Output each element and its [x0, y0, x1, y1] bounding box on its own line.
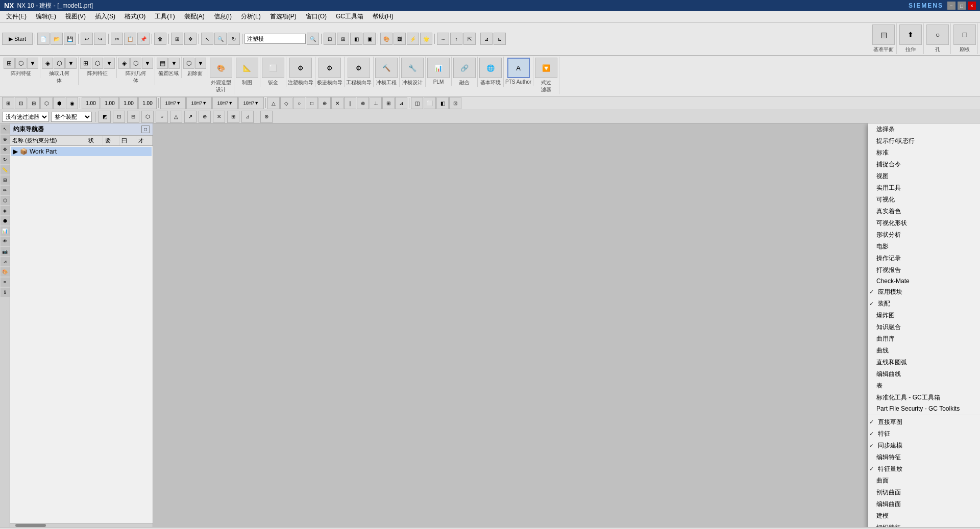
li-camera[interactable]: 📷 — [1, 247, 10, 256]
menu-zhijiecaotu[interactable]: 直接草图 — [868, 416, 980, 428]
start-button[interactable]: ▶ Start — [2, 33, 33, 45]
li-surface[interactable]: ◈ — [1, 206, 10, 215]
menu-info[interactable]: 信息(I) — [210, 11, 236, 22]
filter-btn1[interactable]: ◩ — [99, 111, 111, 123]
menu-checkmate[interactable]: Check-Mate — [868, 276, 980, 286]
tb2-view4[interactable]: ⊡ — [449, 97, 461, 109]
plm-button[interactable]: 📊 — [427, 58, 450, 78]
tb2-snap10[interactable]: ⊞ — [382, 97, 395, 109]
menu-xizhitezheng[interactable]: 细织特征 — [868, 522, 980, 527]
filter-btn3[interactable]: ⊟ — [127, 111, 139, 123]
jizhunpingmian-button[interactable]: ▤ — [872, 24, 895, 45]
window-controls[interactable]: − □ × — [947, 2, 976, 10]
filter-select-1[interactable]: 没有选过滤器 — [2, 112, 49, 122]
drawing-button[interactable]: 📐 — [236, 58, 258, 78]
menu-file[interactable]: 文件(E) — [2, 11, 31, 22]
tb2-snap6[interactable]: ✕ — [331, 97, 344, 109]
li-view[interactable]: 👁 — [1, 237, 10, 246]
tb2-btn5[interactable]: ⬢ — [53, 97, 65, 109]
tb2-btn1[interactable]: ⊞ — [2, 97, 14, 109]
tb2-scale2[interactable]: 1.00 — [101, 97, 119, 109]
minimize-button[interactable]: − — [947, 2, 955, 10]
tb2-snap1[interactable]: △ — [267, 97, 280, 109]
menu-biaozhunhuagongju[interactable]: 标准化工具 - GC工具箱 — [868, 392, 980, 404]
menu-assembly[interactable]: 装配(A) — [180, 11, 209, 22]
tb2-snap11[interactable]: ⊿ — [395, 97, 407, 109]
filter-btn4[interactable]: ⬡ — [141, 111, 154, 123]
menu-tishihang[interactable]: 提示行/状态行 — [868, 135, 980, 147]
zoom-button[interactable]: 🔍 — [214, 33, 227, 45]
tb2-snap8[interactable]: ⊗ — [357, 97, 369, 109]
menu-quyonku[interactable]: 曲用库 — [868, 333, 980, 345]
li-sketch[interactable]: ✏ — [1, 186, 10, 195]
li-dimension[interactable]: ⊞ — [1, 175, 10, 185]
menu-analysis[interactable]: 分析(L) — [237, 11, 265, 22]
array-feat-1[interactable]: ⊞ — [4, 58, 15, 69]
menu-zhixianyuanhujiao[interactable]: 直线和圆弧 — [868, 357, 980, 368]
menu-insert[interactable]: 插入(S) — [91, 11, 119, 22]
tb2-view3[interactable]: ◧ — [436, 97, 449, 109]
filter-select-2[interactable]: 整个装配 — [51, 112, 92, 122]
menu-bianjiqu[interactable]: 编辑曲面 — [868, 498, 980, 510]
sh-arrow[interactable]: ▼ — [195, 58, 206, 69]
menu-view[interactable]: 视图(V) — [61, 11, 90, 22]
menu-preferences[interactable]: 首选项(P) — [266, 11, 301, 22]
menu-format[interactable]: 格式(O) — [120, 11, 150, 22]
prog-die-button[interactable]: ⚙ — [318, 58, 341, 78]
tb2-10h7[interactable]: 10H7▼ — [160, 97, 186, 109]
menu-tools[interactable]: 工具(T) — [151, 11, 179, 22]
menu-help[interactable]: 帮助(H) — [369, 11, 398, 22]
menu-tezhengliangfang[interactable]: 特征量放 — [868, 463, 980, 475]
li-analysis[interactable]: 📊 — [1, 226, 10, 236]
menu-biaozhun[interactable]: 标准 — [868, 147, 980, 159]
close-button[interactable]: × — [968, 2, 976, 10]
cut-button[interactable]: ✂ — [111, 33, 123, 45]
view-toggle1[interactable]: ⊡ — [324, 33, 336, 45]
tb2-snap5[interactable]: ⊕ — [318, 97, 331, 109]
search-input[interactable] — [244, 34, 306, 44]
menu-tezheng[interactable]: 特征 — [868, 428, 980, 440]
li-select[interactable]: ↖ — [1, 124, 10, 134]
select-button[interactable]: ↖ — [201, 33, 213, 45]
filter-btn8[interactable]: ⊕ — [199, 111, 211, 123]
tb2-10h7-3[interactable]: 10H7▼ — [212, 97, 238, 109]
tb2-snap9[interactable]: ⊥ — [370, 97, 382, 109]
filter-btn10[interactable]: ⊞ — [227, 111, 239, 123]
arrow-btn3[interactable]: ⇱ — [463, 33, 476, 45]
new-button[interactable]: 📄 — [37, 33, 50, 45]
menu-partfilesecurity[interactable]: Part File Security - GC Toolkits — [868, 404, 980, 414]
filter-btn9[interactable]: ✕ — [213, 111, 225, 123]
li-zoom[interactable]: ⊕ — [1, 135, 10, 144]
tb2-btn4[interactable]: ⬡ — [40, 97, 53, 109]
render-btn2[interactable]: 🖼 — [394, 33, 406, 45]
li-pan[interactable]: ✥ — [1, 145, 10, 154]
move-button[interactable]: ✥ — [184, 33, 197, 45]
filter-btn2[interactable]: ⊡ — [113, 111, 125, 123]
filter-btn6[interactable]: △ — [170, 111, 182, 123]
arrow-btn1[interactable]: → — [437, 33, 449, 45]
sheetmetal-button[interactable]: ⬜ — [262, 58, 284, 78]
lashen-button[interactable]: ⬆ — [899, 24, 922, 45]
menu-keshihuaxingzhuang[interactable]: 可视化形状 — [868, 217, 980, 229]
li-color[interactable]: 🎨 — [1, 267, 10, 276]
menu-gctoolbox[interactable]: GC工具箱 — [332, 11, 368, 22]
navigator-scrollbar[interactable] — [10, 523, 153, 527]
tb2-snap4[interactable]: □ — [306, 97, 318, 109]
render-btn3[interactable]: ⚡ — [407, 33, 419, 45]
format-filter-button[interactable]: 🔽 — [535, 58, 557, 78]
maximize-button[interactable]: □ — [958, 2, 966, 10]
li-snap[interactable]: ⊿ — [1, 257, 10, 266]
ag-2[interactable]: ⬡ — [130, 58, 141, 69]
paste-button[interactable]: 📌 — [137, 33, 150, 45]
tb2-view1[interactable]: ◫ — [411, 97, 423, 109]
filter-btn7[interactable]: ↗ — [184, 111, 197, 123]
save-button[interactable]: 💾 — [64, 33, 76, 45]
tb2-snap2[interactable]: ◇ — [280, 97, 292, 109]
view-toggle4[interactable]: ▣ — [363, 33, 376, 45]
af2-2[interactable]: ⬡ — [92, 58, 103, 69]
kong-button[interactable]: ○ — [926, 24, 949, 45]
basic-env-button[interactable]: 🌐 — [479, 58, 502, 78]
extra-btn1[interactable]: ⊿ — [480, 33, 493, 45]
menu-jianmo[interactable]: 建模 — [868, 510, 980, 522]
menu-qumian[interactable]: 曲面 — [868, 475, 980, 487]
